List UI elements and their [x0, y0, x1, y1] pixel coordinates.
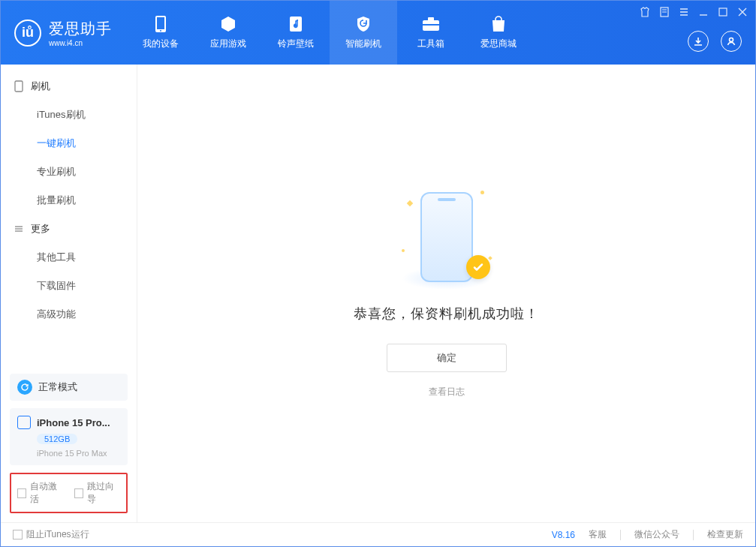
wechat-link[interactable]: 微信公众号 — [634, 528, 679, 541]
divider — [693, 530, 694, 540]
mode-label: 正常模式 — [38, 380, 77, 394]
refresh-shield-icon — [354, 15, 373, 33]
svg-point-4 — [294, 24, 297, 27]
device-small-icon — [13, 80, 25, 92]
svg-rect-1 — [157, 17, 164, 29]
sparkle-icon — [402, 249, 405, 252]
main-content: 恭喜您，保资料刷机成功啦！ 确定 查看日志 — [137, 65, 755, 522]
sidebar: 刷机 iTunes刷机 一键刷机 专业刷机 批量刷机 更多 其他工具 下载固件 … — [1, 65, 137, 522]
success-message: 恭喜您，保资料刷机成功啦！ — [354, 305, 539, 323]
toolbox-icon — [421, 15, 441, 33]
highlighted-options: 自动激活 跳过向导 — [10, 473, 128, 513]
sidebar-section-flash[interactable]: 刷机 — [1, 72, 137, 101]
sidebar-item-advanced[interactable]: 高级功能 — [1, 300, 137, 329]
svg-rect-11 — [15, 81, 23, 92]
nav-label: 我的设备 — [143, 38, 179, 50]
sidebar-item-download-firmware[interactable]: 下载固件 — [1, 272, 137, 300]
brand-text: 爱思助手 www.i4.cn — [49, 19, 112, 47]
logo-icon: iů — [14, 20, 41, 47]
device-full-name: iPhone 15 Pro Max — [37, 449, 120, 458]
skin-icon[interactable] — [640, 7, 650, 17]
sidebar-item-itunes-flash[interactable]: iTunes刷机 — [1, 101, 137, 129]
nav-apps-games[interactable]: 应用游戏 — [194, 1, 262, 65]
brand-url: www.i4.cn — [49, 39, 112, 47]
header-actions — [688, 31, 742, 52]
user-button[interactable] — [721, 31, 742, 52]
sidebar-section-more[interactable]: 更多 — [1, 215, 137, 243]
sidebar-item-batch-flash[interactable]: 批量刷机 — [1, 186, 137, 215]
auto-activate-checkbox[interactable]: 自动激活 — [17, 480, 64, 506]
brand: iů 爱思助手 www.i4.cn — [1, 1, 127, 65]
nav-label: 应用游戏 — [210, 38, 246, 50]
status-bar: 阻止iTunes运行 V8.16 客服 微信公众号 检查更新 — [1, 522, 755, 546]
sidebar-item-other-tools[interactable]: 其他工具 — [1, 243, 137, 272]
nav-label: 工具箱 — [417, 38, 444, 50]
sidebar-nav: 刷机 iTunes刷机 一键刷机 专业刷机 批量刷机 更多 其他工具 下载固件 … — [1, 65, 137, 374]
top-nav: 我的设备 应用游戏 铃声壁纸 智能刷机 工具箱 爱思商城 — [127, 1, 532, 65]
nav-ringtones[interactable]: 铃声壁纸 — [262, 1, 330, 65]
device-storage-badge: 512GB — [37, 434, 77, 444]
divider — [620, 530, 621, 540]
brand-title: 爱思助手 — [49, 19, 112, 39]
success-illustration — [402, 185, 492, 290]
nav-my-device[interactable]: 我的设备 — [127, 1, 194, 65]
window-controls — [640, 7, 748, 17]
menu-icon[interactable] — [679, 7, 689, 17]
view-log-link[interactable]: 查看日志 — [429, 386, 465, 398]
download-button[interactable] — [688, 31, 709, 52]
sidebar-bottom: 正常模式 iPhone 15 Pro... 512GB iPhone 15 Pr… — [1, 374, 137, 522]
svg-point-10 — [730, 38, 733, 42]
svg-point-2 — [160, 30, 161, 32]
nav-label: 智能刷机 — [345, 38, 381, 50]
checkbox-label: 阻止iTunes运行 — [26, 528, 89, 541]
support-link[interactable]: 客服 — [589, 528, 607, 541]
sparkle-icon — [488, 256, 492, 260]
skip-guide-checkbox[interactable]: 跳过向导 — [74, 480, 121, 506]
mode-card[interactable]: 正常模式 — [10, 374, 128, 401]
more-icon — [13, 223, 25, 235]
version-label: V8.16 — [552, 530, 575, 540]
sidebar-section-label: 更多 — [31, 222, 50, 236]
shopping-bag-icon — [489, 15, 508, 33]
cube-icon — [218, 15, 238, 33]
phone-illustration-icon — [420, 192, 473, 282]
device-card[interactable]: iPhone 15 Pro... 512GB iPhone 15 Pro Max — [10, 408, 128, 465]
svg-rect-7 — [423, 24, 439, 26]
nav-smart-flash[interactable]: 智能刷机 — [330, 1, 397, 65]
app-body: 刷机 iTunes刷机 一键刷机 专业刷机 批量刷机 更多 其他工具 下载固件 … — [1, 65, 755, 522]
close-icon[interactable] — [737, 7, 748, 17]
refresh-dot-icon — [17, 380, 32, 395]
nav-store[interactable]: 爱思商城 — [465, 1, 532, 65]
nav-label: 爱思商城 — [480, 38, 517, 50]
music-note-icon — [286, 15, 306, 33]
block-itunes-checkbox[interactable]: 阻止iTunes运行 — [13, 528, 89, 541]
ok-button[interactable]: 确定 — [387, 344, 507, 372]
maximize-icon[interactable] — [718, 7, 728, 17]
sparkle-icon — [480, 191, 484, 194]
device-phone-icon — [17, 416, 31, 429]
check-badge-icon — [466, 255, 490, 279]
sidebar-item-pro-flash[interactable]: 专业刷机 — [1, 158, 137, 186]
device-name: iPhone 15 Pro... — [37, 417, 110, 428]
svg-rect-9 — [719, 8, 727, 16]
sidebar-item-oneclick-flash[interactable]: 一键刷机 — [1, 129, 137, 158]
sparkle-icon — [406, 200, 412, 206]
phone-icon — [151, 15, 170, 33]
nav-toolbox[interactable]: 工具箱 — [397, 1, 465, 65]
svg-rect-6 — [428, 17, 434, 21]
checkbox-label: 自动激活 — [30, 480, 63, 506]
sidebar-section-label: 刷机 — [31, 80, 50, 93]
app-window: iů 爱思助手 www.i4.cn 我的设备 应用游戏 铃声壁纸 智能刷机 — [0, 0, 756, 547]
nav-label: 铃声壁纸 — [278, 38, 314, 50]
check-update-link[interactable]: 检查更新 — [707, 528, 743, 541]
feedback-icon[interactable] — [659, 7, 670, 17]
minimize-icon[interactable] — [698, 7, 709, 17]
app-header: iů 爱思助手 www.i4.cn 我的设备 应用游戏 铃声壁纸 智能刷机 — [1, 1, 755, 65]
checkbox-label: 跳过向导 — [87, 480, 120, 506]
